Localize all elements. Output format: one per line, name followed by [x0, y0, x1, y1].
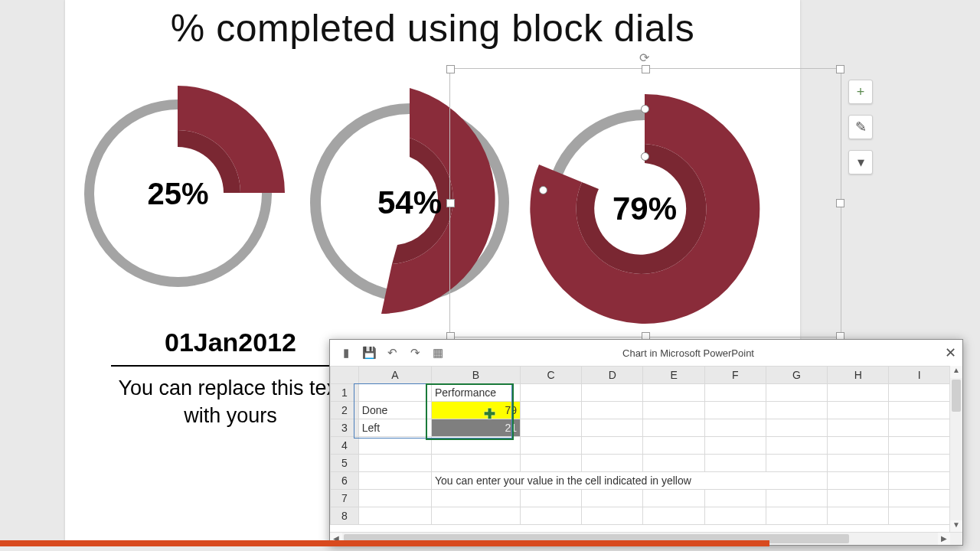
cell[interactable] [828, 472, 889, 490]
series-select-node[interactable] [641, 152, 649, 161]
cell[interactable] [520, 402, 581, 419]
cell[interactable] [766, 455, 827, 472]
cell[interactable] [889, 490, 950, 507]
cell[interactable] [889, 402, 950, 419]
cell[interactable] [431, 490, 520, 507]
cell[interactable] [358, 472, 431, 490]
resize-handle[interactable] [446, 199, 455, 207]
excel-grid[interactable]: A B C D E F G H I 1 Performance 2 Done 7… [330, 366, 950, 533]
cell[interactable] [889, 455, 950, 472]
cell[interactable] [766, 384, 827, 402]
cell[interactable] [582, 384, 643, 402]
cell[interactable] [766, 419, 827, 437]
cell[interactable] [704, 455, 766, 472]
cell[interactable] [704, 402, 766, 419]
row-header[interactable]: 7 [331, 490, 359, 507]
rotate-handle-icon[interactable]: ⟳ [639, 51, 649, 65]
scroll-thumb[interactable] [952, 380, 961, 412]
cell[interactable] [643, 455, 704, 472]
cell[interactable] [766, 490, 827, 507]
cell-A1[interactable] [358, 384, 431, 402]
cell[interactable] [889, 419, 950, 437]
row-header[interactable]: 2 [331, 402, 359, 419]
col-header[interactable]: E [643, 367, 704, 384]
col-header[interactable]: D [582, 367, 643, 384]
cell[interactable] [582, 507, 643, 525]
resize-handle[interactable] [836, 199, 844, 207]
save-icon[interactable]: 💾 [359, 343, 379, 363]
chart-filter-button[interactable]: ▾ [848, 150, 873, 174]
cell[interactable] [582, 419, 643, 437]
cell[interactable] [889, 507, 950, 525]
cell[interactable] [582, 490, 643, 507]
row-header[interactable]: 5 [331, 455, 359, 472]
vertical-scrollbar[interactable]: ▲ ▼ [949, 366, 962, 533]
col-header[interactable]: H [828, 367, 889, 384]
cell[interactable] [828, 490, 889, 507]
cell[interactable] [582, 437, 643, 455]
row-header[interactable]: 3 [331, 419, 359, 437]
cell[interactable] [358, 437, 431, 455]
excel-data-window[interactable]: ▮ 💾 ↶ ↷ ▦ Chart in Microsoft PowerPoint … [329, 339, 963, 546]
cell[interactable] [828, 419, 889, 437]
cell[interactable] [358, 507, 431, 525]
cell[interactable] [520, 490, 581, 507]
col-header[interactable]: C [520, 367, 581, 384]
close-icon[interactable]: ✕ [945, 344, 956, 361]
open-excel-icon[interactable]: ▦ [428, 343, 448, 363]
cell[interactable] [643, 384, 704, 402]
chart-styles-button[interactable]: ✎ [848, 115, 873, 139]
row-header[interactable]: 8 [331, 507, 359, 525]
resize-handle[interactable] [836, 65, 844, 73]
cell[interactable] [889, 472, 950, 490]
cell-B1[interactable]: Performance [431, 384, 520, 402]
col-header[interactable]: I [889, 367, 950, 384]
cell[interactable] [582, 455, 643, 472]
dial-79[interactable]: 79% [545, 109, 744, 308]
cell[interactable] [431, 437, 520, 455]
cell[interactable] [704, 437, 766, 455]
cell[interactable] [828, 384, 889, 402]
select-all-corner[interactable] [331, 367, 359, 384]
cell[interactable] [643, 437, 704, 455]
resize-handle[interactable] [446, 65, 455, 73]
cell-A2[interactable]: Done [358, 402, 431, 419]
cell-B2[interactable]: 79 [431, 402, 520, 419]
row-header[interactable]: 4 [331, 437, 359, 455]
cell[interactable] [704, 490, 766, 507]
cell[interactable] [643, 402, 704, 419]
cell[interactable] [520, 455, 581, 472]
scroll-down-icon[interactable]: ▼ [950, 520, 962, 533]
cell[interactable] [704, 507, 766, 525]
col-header[interactable]: G [766, 367, 827, 384]
cell[interactable] [520, 507, 581, 525]
col-header[interactable]: A [358, 367, 431, 384]
series-select-node[interactable] [641, 105, 649, 113]
chart-icon[interactable]: ▮ [336, 343, 356, 363]
cell[interactable] [766, 437, 827, 455]
chart-elements-button[interactable]: + [848, 80, 873, 104]
cell[interactable] [766, 402, 827, 419]
undo-icon[interactable]: ↶ [382, 343, 402, 363]
cell[interactable] [704, 384, 766, 402]
cell[interactable] [643, 490, 704, 507]
excel-table[interactable]: A B C D E F G H I 1 Performance 2 Done 7… [330, 366, 950, 525]
cell[interactable] [643, 507, 704, 525]
cell[interactable] [520, 437, 581, 455]
scroll-right-icon[interactable]: ▶ [938, 533, 950, 545]
cell[interactable] [828, 507, 889, 525]
cell[interactable] [643, 419, 704, 437]
cell[interactable] [828, 402, 889, 419]
col-header[interactable]: B [431, 367, 520, 384]
series-select-node[interactable] [539, 186, 547, 194]
cell[interactable] [889, 437, 950, 455]
cell[interactable] [582, 402, 643, 419]
redo-icon[interactable]: ↷ [405, 343, 425, 363]
cell[interactable] [431, 455, 520, 472]
cell[interactable] [431, 507, 520, 525]
cell[interactable] [889, 384, 950, 402]
resize-handle[interactable] [642, 65, 650, 73]
cell[interactable] [520, 384, 581, 402]
cell[interactable] [828, 455, 889, 472]
cell[interactable] [520, 419, 581, 437]
